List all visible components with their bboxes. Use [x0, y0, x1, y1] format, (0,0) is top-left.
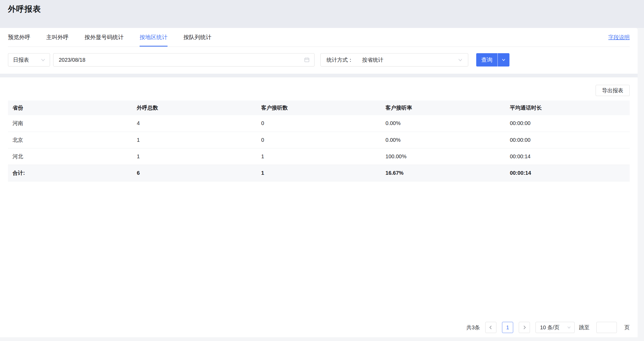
filter-row: 日报表 2023/08/18 统计方式： 按省统计 查询 [8, 53, 630, 66]
chevron-down-icon [501, 57, 506, 63]
cell-answered: 1 [257, 165, 381, 181]
cell-avg-duration: 00:00:14 [505, 148, 630, 165]
pagination: 共3条 1 10 条/页 跳至 页 [8, 322, 630, 333]
chevron-down-icon [40, 57, 46, 63]
cell-province: 河南 [8, 115, 132, 132]
chevron-left-icon [488, 325, 494, 330]
table-row: 河北 1 1 100.00% 00:00:14 [8, 148, 630, 165]
page-title: 外呼报表 [0, 0, 644, 15]
col-answered: 客户接听数 [257, 101, 381, 115]
cell-total-calls: 6 [132, 165, 257, 181]
table-panel: 导出报表 省份 外呼总数 客户接听数 客户接听率 平均通话时长 河南 4 0 0… [0, 77, 638, 337]
query-split-button: 查询 [476, 53, 509, 66]
cell-avg-duration: 00:00:14 [505, 165, 630, 181]
cell-answered: 0 [257, 115, 381, 132]
table-toolbar: 导出报表 [8, 85, 630, 96]
page-header: 外呼报表 [0, 0, 644, 28]
tab-bar: 预览外呼 主叫外呼 按外显号码统计 按地区统计 按队列统计 字段说明 [8, 28, 630, 47]
cell-province: 北京 [8, 132, 132, 148]
col-province: 省份 [8, 101, 132, 115]
cell-province: 河北 [8, 148, 132, 165]
chevron-right-icon [522, 325, 527, 330]
query-button[interactable]: 查询 [476, 53, 497, 66]
content-card: 预览外呼 主叫外呼 按外显号码统计 按地区统计 按队列统计 字段说明 日报表 2… [0, 28, 638, 337]
table-header-row: 省份 外呼总数 客户接听数 客户接听率 平均通话时长 [8, 101, 630, 115]
cell-answered: 1 [257, 148, 381, 165]
cell-total-calls: 1 [132, 132, 257, 148]
tab-by-display-number[interactable]: 按外显号码统计 [85, 28, 124, 47]
cell-answer-rate: 0.00% [381, 115, 505, 132]
table-total-row: 合计: 6 1 16.67% 00:00:14 [8, 165, 630, 181]
stat-method-label: 统计方式： [327, 56, 353, 64]
jump-to-label: 跳至 [579, 324, 589, 331]
tab-by-queue[interactable]: 按队列统计 [183, 28, 211, 47]
tab-by-region[interactable]: 按地区统计 [140, 28, 168, 47]
cell-answer-rate: 100.00% [381, 148, 505, 165]
export-report-button[interactable]: 导出报表 [596, 85, 630, 96]
cell-answered: 0 [257, 132, 381, 148]
table-row: 河南 4 0 0.00% 00:00:00 [8, 115, 630, 132]
date-picker[interactable]: 2023/08/18 [53, 53, 315, 66]
tab-caller-outbound[interactable]: 主叫外呼 [46, 28, 69, 47]
page-suffix-label: 页 [624, 324, 630, 331]
table-row: 北京 1 0 0.00% 00:00:00 [8, 132, 630, 148]
cell-total-calls: 4 [132, 115, 257, 132]
report-type-value: 日报表 [13, 56, 29, 64]
page-size-select[interactable]: 10 条/页 [536, 322, 575, 333]
report-type-select[interactable]: 日报表 [8, 53, 50, 66]
col-answer-rate: 客户接听率 [381, 101, 505, 115]
region-stats-table: 省份 外呼总数 客户接听数 客户接听率 平均通话时长 河南 4 0 0.00% … [8, 101, 630, 181]
cell-answer-rate: 0.00% [381, 132, 505, 148]
field-description-link[interactable]: 字段说明 [608, 34, 630, 41]
col-avg-duration: 平均通话时长 [505, 101, 630, 115]
cell-answer-rate: 16.67% [381, 165, 505, 181]
pagination-total: 共3条 [466, 324, 480, 331]
date-value: 2023/08/18 [59, 57, 85, 63]
calendar-icon [304, 57, 310, 63]
chevron-down-icon [457, 57, 463, 63]
page-number-button[interactable]: 1 [502, 322, 513, 333]
cell-avg-duration: 00:00:00 [505, 132, 630, 148]
stat-method-value: 按省统计 [362, 56, 457, 64]
chevron-down-icon [566, 325, 572, 330]
stat-method-select[interactable]: 统计方式： 按省统计 [320, 53, 468, 66]
tabs-filters-panel: 预览外呼 主叫外呼 按外显号码统计 按地区统计 按队列统计 字段说明 日报表 2… [0, 28, 638, 74]
query-dropdown-button[interactable] [498, 53, 509, 66]
col-total-calls: 外呼总数 [132, 101, 257, 115]
tab-preview-outbound[interactable]: 预览外呼 [8, 28, 30, 47]
prev-page-button[interactable] [485, 322, 496, 333]
next-page-button[interactable] [519, 322, 530, 333]
jump-page-input[interactable] [596, 322, 617, 333]
page-size-value: 10 条/页 [540, 324, 559, 331]
tab-list: 预览外呼 主叫外呼 按外显号码统计 按地区统计 按队列统计 [8, 28, 211, 47]
cell-total-calls: 1 [132, 148, 257, 165]
cell-avg-duration: 00:00:00 [505, 115, 630, 132]
section-divider [0, 74, 638, 77]
cell-total-label: 合计: [8, 165, 132, 181]
